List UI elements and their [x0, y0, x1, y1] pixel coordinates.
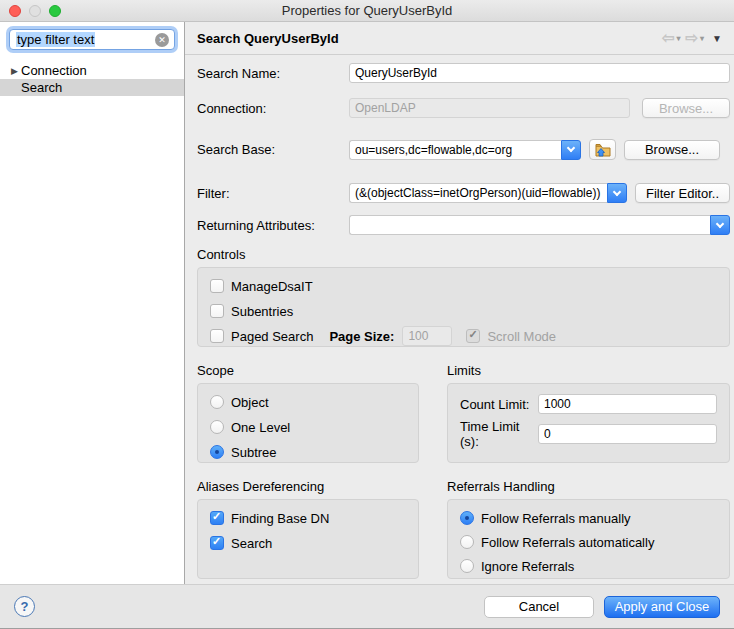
fetch-base-dns-button[interactable]: [589, 139, 616, 160]
filter-editor-button[interactable]: Filter Editor..: [635, 183, 730, 203]
referrals-group-label: Referrals Handling: [447, 479, 730, 495]
back-icon[interactable]: ⇦: [662, 29, 675, 47]
sidebar-item-search[interactable]: Search: [0, 79, 184, 96]
scope-subtree-row: Subtree: [210, 444, 406, 460]
apply-and-close-button[interactable]: Apply and Close: [604, 596, 720, 618]
referrals-group: Follow Referrals manually Follow Referra…: [447, 499, 730, 579]
search-base-browse-button[interactable]: Browse...: [624, 140, 720, 160]
scope-subtree-radio[interactable]: [210, 445, 224, 459]
search-base-combo: [349, 140, 581, 160]
aliases-search-label: Search: [231, 536, 272, 551]
time-limit-row: Time Limit (s):: [460, 419, 717, 449]
finding-base-dn-label: Finding Base DN: [231, 511, 329, 526]
dialog-footer: ? Cancel Apply and Close: [0, 584, 734, 628]
manage-dsait-checkbox[interactable]: [210, 279, 224, 293]
connection-label: Connection:: [197, 101, 349, 116]
page-header: Search QueryUserById ⇦ ▾ ⇨ ▾ ▼: [185, 22, 734, 55]
manage-dsait-row: ManageDsaIT: [210, 278, 717, 294]
returning-attributes-label: Returning Attributes:: [197, 218, 349, 233]
paged-search-label: Paged Search: [231, 329, 313, 344]
filter-dropdown-button[interactable]: [607, 183, 627, 203]
check-icon: ✓: [212, 535, 221, 548]
filter-input-field[interactable]: [349, 183, 607, 203]
help-button[interactable]: ?: [14, 596, 35, 617]
returning-attributes-input[interactable]: [349, 215, 710, 235]
scope-one-level-label: One Level: [231, 420, 290, 435]
chevron-down-icon: [716, 219, 724, 227]
connection-row: Connection: Browse...: [197, 98, 730, 118]
forward-icon[interactable]: ⇨: [686, 29, 699, 47]
clear-icon[interactable]: ✕: [155, 33, 169, 47]
aliases-group: ✓ Finding Base DN ✓ Search: [197, 499, 419, 579]
follow-manually-label: Follow Referrals manually: [481, 511, 631, 526]
ignore-referrals-label: Ignore Referrals: [481, 559, 574, 574]
search-base-row: Search Base: Browse...: [197, 139, 730, 160]
aliases-column: Aliases Dereferencing ✓ Finding Base DN …: [197, 479, 419, 579]
connection-browse-button: Browse...: [642, 98, 730, 118]
subentries-row: Subentries: [210, 303, 717, 319]
time-limit-label: Time Limit (s):: [460, 419, 538, 449]
finding-base-dn-checkbox[interactable]: ✓: [210, 511, 224, 525]
forward-menu-caret-icon[interactable]: ▾: [700, 34, 704, 43]
ignore-referrals-radio[interactable]: [460, 559, 474, 573]
scope-object-radio[interactable]: [210, 395, 224, 409]
radio-dot-icon: [215, 450, 219, 454]
aliases-search-checkbox[interactable]: ✓: [210, 536, 224, 550]
view-menu-icon[interactable]: ▼: [712, 33, 722, 44]
filter-label: Filter:: [197, 186, 349, 201]
follow-automatically-radio[interactable]: [460, 535, 474, 549]
returning-attributes-dropdown-button[interactable]: [710, 215, 730, 235]
page-size-label: Page Size:: [329, 329, 394, 344]
main-panel: Search QueryUserById ⇦ ▾ ⇨ ▾ ▼ Search Na…: [185, 22, 734, 584]
scope-group-label: Scope: [197, 363, 419, 379]
search-base-label: Search Base:: [197, 142, 349, 157]
search-base-dropdown-button[interactable]: [561, 140, 581, 160]
folder-fetch-icon: [595, 143, 611, 157]
time-limit-input[interactable]: [538, 424, 717, 444]
scope-one-level-radio[interactable]: [210, 420, 224, 434]
tree-item-label: Connection: [21, 63, 87, 78]
controls-group-label: Controls: [197, 247, 730, 263]
subentries-label: Subentries: [231, 304, 293, 319]
scroll-mode-label: Scroll Mode: [487, 329, 556, 344]
chevron-down-icon: [567, 144, 575, 152]
history-nav: ⇦ ▾ ⇨ ▾ ▼: [662, 29, 722, 47]
search-base-input[interactable]: [349, 140, 561, 160]
filter-row: Filter: Filter Editor..: [197, 183, 730, 203]
search-name-input[interactable]: [349, 63, 730, 83]
filter-input-text: type filter text: [16, 32, 95, 47]
search-name-row: Search Name:: [197, 63, 730, 83]
scope-column: Scope Object One Level: [197, 363, 419, 463]
paged-search-checkbox[interactable]: [210, 329, 224, 343]
sidebar-item-connection[interactable]: ▶ Connection: [0, 62, 184, 79]
filter-combo: [349, 183, 627, 203]
maximize-button[interactable]: [49, 5, 61, 17]
chevron-right-icon[interactable]: ▶: [11, 66, 21, 76]
scope-subtree-label: Subtree: [231, 445, 277, 460]
limits-column: Limits Count Limit: Time Limit (s):: [447, 363, 730, 463]
close-button[interactable]: [9, 5, 21, 17]
count-limit-row: Count Limit:: [460, 394, 717, 414]
filter-input[interactable]: type filter text ✕: [9, 29, 175, 50]
follow-manually-row: Follow Referrals manually: [460, 510, 717, 526]
ignore-referrals-row: Ignore Referrals: [460, 558, 717, 574]
radio-dot-icon: [465, 516, 469, 520]
returning-attributes-combo: [349, 215, 730, 235]
paged-search-row: Paged Search Page Size: ✓ Scroll Mode: [210, 328, 717, 344]
aliases-group-label: Aliases Dereferencing: [197, 479, 419, 495]
limits-group: Count Limit: Time Limit (s):: [447, 383, 730, 463]
search-form: Search Name: Connection: Browse... Searc…: [185, 55, 734, 584]
scope-group: Object One Level Subtree: [197, 383, 419, 463]
cancel-button[interactable]: Cancel: [484, 596, 594, 618]
follow-manually-radio[interactable]: [460, 511, 474, 525]
back-menu-caret-icon[interactable]: ▾: [676, 34, 680, 43]
aliases-search-row: ✓ Search: [210, 535, 406, 551]
properties-dialog: Properties for QueryUserById type filter…: [0, 0, 734, 629]
search-name-label: Search Name:: [197, 66, 349, 81]
manage-dsait-label: ManageDsaIT: [231, 279, 313, 294]
connection-input: [349, 98, 630, 118]
subentries-checkbox[interactable]: [210, 304, 224, 318]
finding-base-dn-row: ✓ Finding Base DN: [210, 510, 406, 526]
count-limit-input[interactable]: [538, 394, 717, 414]
scope-object-label: Object: [231, 395, 269, 410]
